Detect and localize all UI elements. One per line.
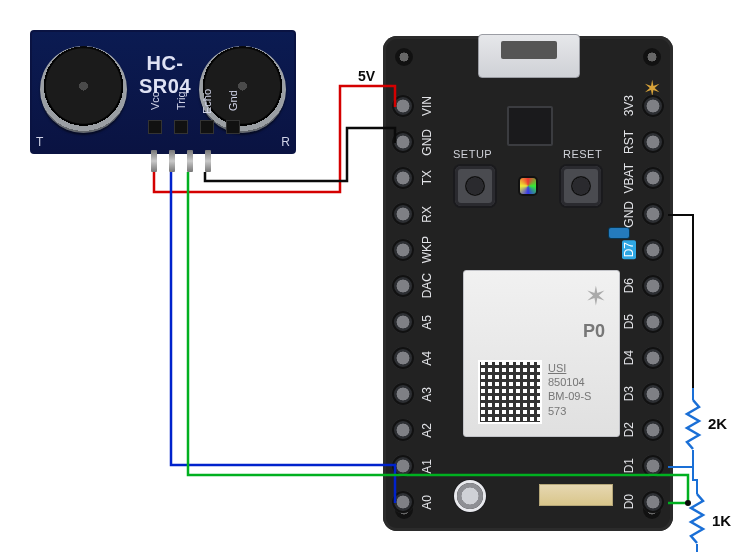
sensor-pin-vcc: Vcc: [149, 84, 161, 118]
voltage-regulator-icon: [507, 106, 553, 146]
pin-hole-icon: [642, 311, 664, 333]
pin-a5: A5: [392, 312, 434, 332]
pin-a0: A0: [392, 492, 434, 512]
pin-hole-icon: [642, 95, 664, 117]
pin-hole-icon: [392, 347, 414, 369]
usb-connector-icon: [478, 34, 580, 78]
setup-button-label: SETUP: [453, 148, 492, 160]
chip-antenna-icon: [539, 484, 613, 506]
pin-tip-icon: [187, 150, 193, 172]
sensor-header-icon: [148, 120, 162, 134]
pin-d2: D2: [622, 420, 664, 440]
reset-button-label: RESET: [563, 148, 602, 160]
pin-hole-icon: [392, 167, 414, 189]
pin-hole-icon: [642, 131, 664, 153]
rgb-led-icon: [520, 178, 536, 194]
sensor-pin-tips: [151, 150, 211, 172]
pin-hole-icon: [642, 167, 664, 189]
sensor-t-label: T: [36, 135, 43, 149]
pin-d0: D0: [622, 492, 664, 512]
pin-hole-icon: [392, 275, 414, 297]
spark-logo-shield-icon: ✶: [585, 281, 607, 312]
pin-d4: D4: [622, 348, 664, 368]
pin-tip-icon: [205, 150, 211, 172]
reset-button[interactable]: [561, 166, 601, 206]
pin-hole-icon: [392, 491, 414, 513]
pin-hole-icon: [642, 383, 664, 405]
pin-tip-icon: [151, 150, 157, 172]
pin-hole-icon: [642, 455, 664, 477]
sensor-pin-echo: Echo: [201, 84, 213, 118]
pin-hole-icon: [392, 419, 414, 441]
pin-rx: RX: [392, 204, 434, 224]
pin-hole-icon: [392, 131, 414, 153]
pin-tx: TX: [392, 168, 434, 188]
pin-a1: A1: [392, 456, 434, 476]
module-part: 850104: [548, 375, 591, 389]
pin-hole-icon: [392, 203, 414, 225]
left-pin-column: VIN GND TX RX WKP DAC A5 A4 A3 A2 A1 A0: [392, 96, 434, 512]
module-name: P0: [583, 321, 605, 342]
right-pin-column: 3V3 RST VBAT GND D7 D6 D5 D4 D3 D2 D1 D0: [622, 96, 664, 512]
pin-d7: D7: [622, 240, 664, 260]
pin-hole-icon: [642, 491, 664, 513]
pin-hole-icon: [392, 311, 414, 333]
qr-code-icon: [478, 360, 542, 424]
pin-vbat: VBAT: [622, 168, 664, 188]
pin-3v3: 3V3: [622, 96, 664, 116]
setup-button[interactable]: [455, 166, 495, 206]
pin-wkp: WKP: [392, 240, 434, 260]
node-d0: [685, 500, 691, 506]
sensor-header-icon: [200, 120, 214, 134]
sensor-header-icon: [174, 120, 188, 134]
wifi-module-shield: ✶ P0 USI 850104 BM-09-S 573: [463, 270, 620, 437]
sensor-transmitter-icon: [40, 46, 127, 133]
sensor-header-icon: [226, 120, 240, 134]
ufl-antenna-connector-icon: [457, 483, 483, 509]
five-volt-label: 5V: [358, 68, 375, 84]
pin-hole-icon: [642, 419, 664, 441]
resistor-1k-icon: [691, 494, 703, 543]
resistor-1k-label: 1K: [712, 512, 731, 529]
sensor-pin-row: Vcc Trig Echo Gnd: [148, 84, 240, 134]
sensor-r-label: R: [281, 135, 290, 149]
resistor-2k-icon: [687, 400, 699, 449]
pin-hole-icon: [642, 239, 664, 261]
pin-hole-icon: [642, 347, 664, 369]
wire-resistor-1k-top: [693, 467, 697, 494]
module-rev: 573: [548, 404, 591, 418]
pin-a4: A4: [392, 348, 434, 368]
pin-hole-icon: [642, 203, 664, 225]
pin-rst: RST: [622, 132, 664, 152]
module-model: BM-09-S: [548, 389, 591, 403]
pin-hole-icon: [392, 383, 414, 405]
mounting-hole-icon: [395, 48, 413, 66]
sensor-pin-gnd: Gnd: [227, 84, 239, 118]
pin-hole-icon: [642, 275, 664, 297]
mounting-hole-icon: [643, 48, 661, 66]
pin-hole-icon: [392, 455, 414, 477]
pin-d6: D6: [622, 276, 664, 296]
pin-gnd-left: GND: [392, 132, 434, 152]
pin-tip-icon: [169, 150, 175, 172]
pin-hole-icon: [392, 239, 414, 261]
resistor-2k-label: 2K: [708, 415, 727, 432]
pin-a2: A2: [392, 420, 434, 440]
pin-dac: DAC: [392, 276, 434, 296]
pin-a3: A3: [392, 384, 434, 404]
sensor-pin-trig: Trig: [175, 84, 187, 118]
pin-gnd-right: GND: [622, 204, 664, 224]
pin-hole-icon: [392, 95, 414, 117]
pin-d1: D1: [622, 456, 664, 476]
wire-trig: [171, 172, 395, 503]
module-vendor: USI: [548, 361, 591, 375]
hc-sr04-sensor: T R HC-SR04 Vcc Trig Echo Gnd: [30, 30, 296, 154]
pin-vin: VIN: [392, 96, 434, 116]
pin-d3: D3: [622, 384, 664, 404]
pin-d5: D5: [622, 312, 664, 332]
module-info: USI 850104 BM-09-S 573: [548, 361, 591, 418]
particle-photon-board: ✶ SETUP RESET VIN GND TX RX WKP DAC A5 A…: [383, 36, 673, 531]
